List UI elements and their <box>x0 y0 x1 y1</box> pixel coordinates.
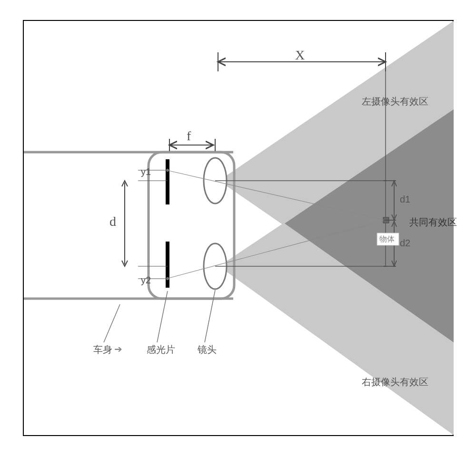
label-d1: d1 <box>400 194 410 205</box>
label-common-zone: 共同有效区 <box>409 216 457 229</box>
label-object: 物体 <box>379 234 395 244</box>
label-d2: d2 <box>400 238 410 249</box>
label-sensor: 感光片 <box>147 343 175 356</box>
carbody-arrow-icon: ➔ <box>114 344 122 354</box>
label-right-zone: 右摄像头有效区 <box>362 376 428 388</box>
label-lens: 镜头 <box>198 343 217 356</box>
label-y2: y2 <box>141 275 151 286</box>
diagram-canvas: X f d y1 y2 d1 d2 左摄像头有效区 右摄像头有效区 共同有效区 … <box>0 0 476 456</box>
label-y1: y1 <box>141 166 151 177</box>
label-d: d <box>109 214 116 229</box>
leader-carbody <box>104 304 120 342</box>
label-f: f <box>187 128 191 144</box>
label-left-zone: 左摄像头有效区 <box>362 95 428 108</box>
label-carbody: 车身 <box>93 343 112 356</box>
label-X: X <box>295 48 305 63</box>
